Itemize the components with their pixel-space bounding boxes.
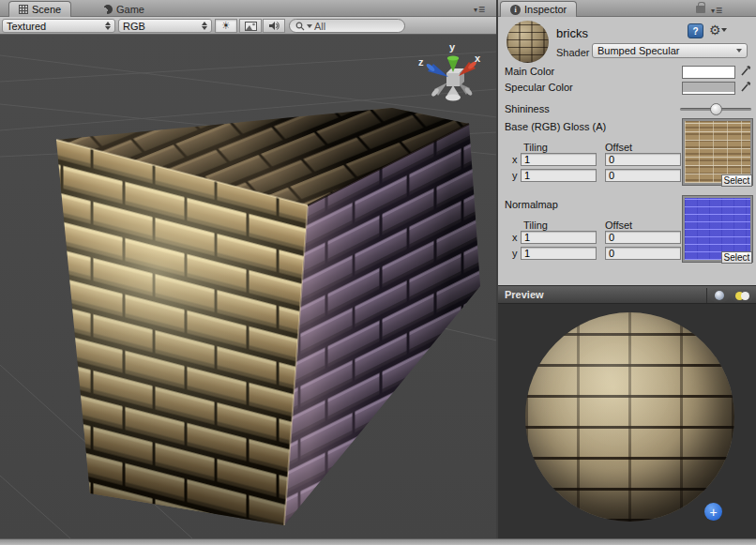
scene-3d-view: y x z xyxy=(0,35,497,538)
speaker-icon xyxy=(268,21,280,31)
normal-offset-y-field[interactable] xyxy=(605,247,681,260)
tab-scene-label: Scene xyxy=(32,4,61,15)
normal-tiling-x-field[interactable] xyxy=(521,231,597,244)
gizmo-z-label: z xyxy=(418,56,424,68)
scene-search-field[interactable]: All xyxy=(289,19,405,33)
search-scope-caret-icon xyxy=(307,24,312,28)
gizmo-y-label: y xyxy=(449,41,456,53)
shininess-label: Shininess xyxy=(505,103,550,114)
scene-panel-menu-icon[interactable]: ▾≡ xyxy=(474,3,485,16)
search-icon xyxy=(295,22,305,31)
preview-mesh-button[interactable] xyxy=(710,289,729,302)
base-texture-select-button[interactable]: Select xyxy=(721,174,752,187)
specular-color-label: Specular Color xyxy=(505,82,573,93)
material-preview-area[interactable]: + xyxy=(498,304,756,538)
image-icon xyxy=(245,22,257,31)
base-y-row-label: y xyxy=(512,170,518,181)
base-tiling-header: Tiling xyxy=(523,142,548,153)
draw-mode-dropdown[interactable]: Textured xyxy=(2,19,115,33)
window-bottom-border xyxy=(0,538,756,545)
base-offset-x-field[interactable] xyxy=(605,153,681,166)
base-x-row-label: x xyxy=(512,154,518,165)
updown-arrows-icon xyxy=(105,22,111,30)
base-tiling-x-field[interactable] xyxy=(521,153,597,166)
tab-game[interactable]: Game xyxy=(94,1,154,17)
dropdown-caret-icon xyxy=(736,49,742,53)
base-offset-y-field[interactable] xyxy=(605,169,681,182)
sphere-icon xyxy=(715,291,724,300)
scene-grid-icon xyxy=(19,5,28,14)
tab-scene[interactable]: Scene xyxy=(8,1,71,17)
normal-tiling-y-field[interactable] xyxy=(521,247,597,260)
preview-sphere[interactable] xyxy=(525,312,734,522)
inspector-panel-menu-icon[interactable]: ▾≡ xyxy=(711,4,722,17)
eyedropper-icon[interactable] xyxy=(740,64,751,77)
gizmo-center-cube[interactable] xyxy=(446,68,464,86)
light-off-icon xyxy=(741,292,749,300)
color-mode-value: RGB xyxy=(123,21,198,32)
info-icon: i xyxy=(510,5,521,15)
shader-label: Shader xyxy=(556,47,589,58)
specular-color-swatch[interactable] xyxy=(682,82,735,95)
gear-icon[interactable]: ⚙ xyxy=(709,23,727,38)
color-mode-dropdown[interactable]: RGB xyxy=(118,19,212,33)
shininess-slider[interactable] xyxy=(680,108,751,111)
tab-inspector[interactable]: i Inspector xyxy=(500,1,577,17)
preview-title: Preview xyxy=(498,289,544,300)
main-color-label: Main Color xyxy=(505,66,554,77)
base-offset-header: Offset xyxy=(605,142,632,153)
main-color-swatch[interactable] xyxy=(682,66,735,79)
normalmap-select-button[interactable]: Select xyxy=(721,251,752,264)
add-icon[interactable]: + xyxy=(704,503,722,521)
sun-icon: ☀ xyxy=(221,20,231,32)
base-tiling-y-field[interactable] xyxy=(521,169,597,182)
shader-dropdown[interactable]: Bumped Specular xyxy=(592,43,748,58)
preview-light-toggle-button[interactable] xyxy=(732,289,753,302)
gizmo-x-label: x xyxy=(475,53,481,64)
unity-editor-window: Scene Game ▾≡ Textured RGB ☀ xyxy=(0,0,756,545)
updown-arrows-icon xyxy=(202,22,207,30)
normal-y-row-label: y xyxy=(512,248,518,259)
tab-game-label: Game xyxy=(116,4,144,15)
material-name: bricks xyxy=(556,26,588,40)
game-icon xyxy=(103,5,113,14)
material-preview-ball xyxy=(507,21,549,63)
main-color-swatch-fill xyxy=(683,67,734,76)
search-scope-label: All xyxy=(314,21,325,32)
help-icon[interactable]: ? xyxy=(688,23,703,38)
draw-mode-value: Textured xyxy=(7,21,101,32)
shininess-slider-thumb[interactable] xyxy=(710,103,722,115)
base-texture-label: Base (RGB) Gloss (A) xyxy=(505,121,606,132)
normal-offset-x-field[interactable] xyxy=(605,231,681,244)
scene-viewport[interactable]: y x z xyxy=(0,35,497,538)
lock-icon[interactable] xyxy=(696,6,705,13)
scene-tabbar: Scene Game ▾≡ xyxy=(0,0,497,17)
specular-color-swatch-fill xyxy=(683,83,734,92)
skybox-toggle-button[interactable] xyxy=(239,19,262,33)
inspector-panel: i Inspector ▾≡ bricks Shader Bumped Spec… xyxy=(498,0,756,545)
scene-toolbar: Textured RGB ☀ xyxy=(0,17,497,35)
normalmap-label: Normalmap xyxy=(505,199,558,210)
tab-inspector-label: Inspector xyxy=(524,4,567,15)
normal-offset-header: Offset xyxy=(605,220,632,231)
inspector-tabbar: i Inspector ▾≡ xyxy=(498,0,756,17)
scene-panel: Scene Game ▾≡ Textured RGB ☀ xyxy=(0,0,497,545)
preview-header: Preview xyxy=(498,285,756,304)
lighting-toggle-button[interactable]: ☀ xyxy=(215,19,237,33)
normal-tiling-header: Tiling xyxy=(523,220,548,231)
audio-toggle-button[interactable] xyxy=(263,19,285,33)
normal-x-row-label: x xyxy=(512,232,518,243)
eyedropper-icon[interactable] xyxy=(740,80,751,93)
shader-value: Bumped Specular xyxy=(597,45,679,56)
